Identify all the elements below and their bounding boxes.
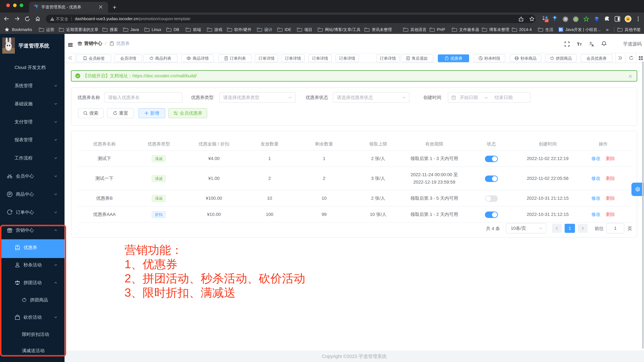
svg-text:T: T: [580, 43, 582, 46]
svg-text:B: B: [560, 28, 563, 32]
svg-text:⌘: ⌘: [564, 17, 567, 21]
svg-text:12: 12: [545, 19, 548, 22]
svg-text:A: A: [592, 44, 594, 47]
svg-text:T: T: [577, 42, 580, 47]
